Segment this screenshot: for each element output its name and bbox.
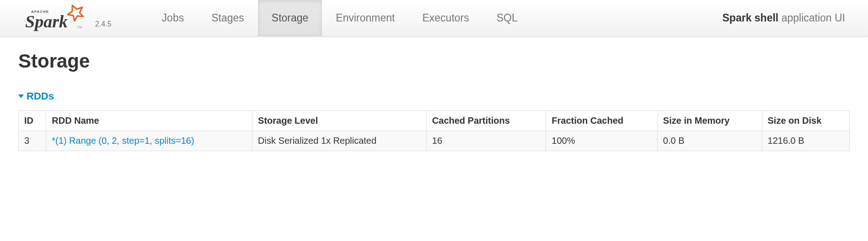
page-title: Storage (18, 50, 850, 72)
table-row: 3 *(1) Range (0, 2, step=1, splits=16) D… (19, 131, 850, 151)
table-header-row: ID RDD Name Storage Level Cached Partiti… (19, 111, 850, 131)
app-suffix: application UI (782, 12, 845, 24)
cell-rdd-name: *(1) Range (0, 2, step=1, splits=16) (46, 131, 252, 151)
col-rdd-name[interactable]: RDD Name (46, 111, 252, 131)
tab-storage[interactable]: Storage (258, 0, 322, 36)
cell-fraction-cached: 100% (546, 131, 658, 151)
spark-star-icon (68, 5, 83, 21)
cell-size-on-disk: 1216.0 B (762, 131, 849, 151)
tab-sql[interactable]: SQL (483, 0, 531, 36)
col-size-on-disk[interactable]: Size on Disk (762, 111, 849, 131)
app-title: Spark shell application UI (723, 12, 845, 24)
rdd-link[interactable]: *(1) Range (0, 2, step=1, splits=16) (52, 136, 194, 146)
app-name: Spark shell (723, 12, 779, 24)
section-label: RDDs (27, 90, 54, 102)
content: Storage RDDs ID RDD Name Storage Level C… (0, 37, 868, 165)
spark-logo-icon: APACHE Spark TM (23, 5, 91, 32)
cell-size-in-memory: 0.0 B (657, 131, 762, 151)
col-fraction-cached[interactable]: Fraction Cached (546, 111, 658, 131)
brand-version: 2.4.5 (95, 20, 112, 32)
nav-tabs: Jobs Stages Storage Environment Executor… (148, 0, 531, 36)
tab-jobs[interactable]: Jobs (148, 0, 198, 36)
cell-id: 3 (19, 131, 46, 151)
col-size-in-memory[interactable]: Size in Memory (657, 111, 762, 131)
section-rdds-toggle[interactable]: RDDs (18, 90, 850, 102)
brand[interactable]: APACHE Spark TM 2.4.5 (23, 5, 112, 32)
svg-text:Spark: Spark (25, 12, 68, 31)
col-id[interactable]: ID (19, 111, 46, 131)
navbar: APACHE Spark TM 2.4.5 Jobs Stages Storag… (0, 0, 868, 37)
tab-stages[interactable]: Stages (198, 0, 258, 36)
cell-cached-partitions: 16 (426, 131, 546, 151)
caret-down-icon (18, 94, 24, 98)
tab-environment[interactable]: Environment (322, 0, 408, 36)
col-storage-level[interactable]: Storage Level (252, 111, 427, 131)
cell-storage-level: Disk Serialized 1x Replicated (252, 131, 427, 151)
col-cached-partitions[interactable]: Cached Partitions (426, 111, 546, 131)
rdds-table: ID RDD Name Storage Level Cached Partiti… (18, 110, 850, 151)
svg-text:TM: TM (77, 25, 82, 29)
tab-executors[interactable]: Executors (408, 0, 482, 36)
